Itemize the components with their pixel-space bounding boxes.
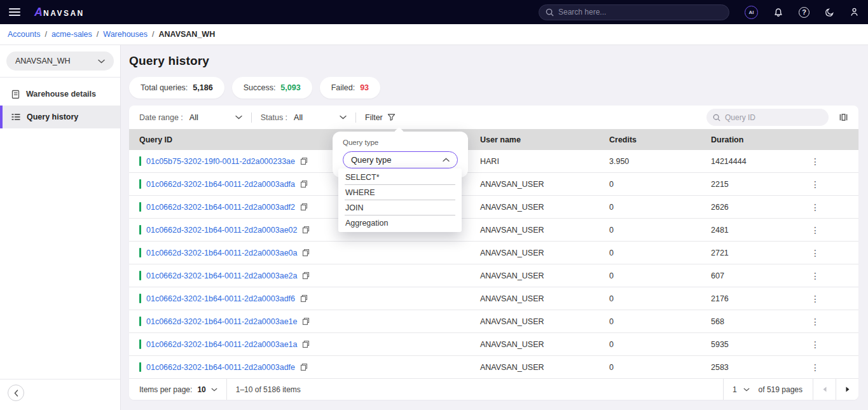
table-row: 01c0662d-3202-1b64-0011-2d2a0003adf2ANAV… [129, 196, 858, 219]
dark-mode-moon-icon[interactable] [825, 8, 834, 17]
breadcrumb-separator: / [152, 30, 154, 39]
duration-cell: 568 [711, 317, 803, 326]
stat-value: 93 [360, 83, 369, 92]
breadcrumb-link-accounts[interactable]: Accounts [8, 30, 40, 39]
document-icon [11, 90, 20, 99]
row-actions-kebab-icon[interactable]: ⋮ [803, 156, 820, 167]
duration-cell: 5935 [711, 340, 803, 349]
row-actions-kebab-icon[interactable]: ⋮ [803, 339, 820, 350]
query-type-select[interactable]: Query type [343, 151, 458, 168]
query-type-option[interactable]: JOIN [338, 200, 462, 215]
query-id-link[interactable]: 01c0662d-3202-1b64-0011-2d2a0003adfa [146, 180, 295, 189]
filter-button-label: Filter [365, 113, 383, 122]
copy-icon[interactable] [302, 226, 310, 234]
column-settings-icon[interactable] [839, 113, 848, 122]
filter-button[interactable]: Filter [365, 113, 396, 122]
breadcrumb-link-account[interactable]: acme-sales [52, 30, 92, 39]
global-search[interactable] [539, 4, 729, 20]
user-profile-icon[interactable] [850, 7, 859, 17]
copy-icon[interactable] [300, 180, 308, 188]
hamburger-menu-icon[interactable] [9, 8, 20, 16]
global-search-input[interactable] [558, 8, 722, 17]
date-range-filter[interactable]: Date range : All [139, 113, 242, 122]
status-success-bar [139, 271, 141, 280]
copy-icon[interactable] [302, 317, 310, 325]
sidebar-item-label: Query history [27, 113, 78, 121]
query-id-link[interactable]: 01c0662d-3202-1b64-0011-2d2a0003adfe [146, 363, 295, 372]
divider [251, 113, 252, 123]
items-per-page-value[interactable]: 10 [197, 385, 205, 394]
status-filter[interactable]: Status : All [261, 113, 347, 122]
query-id-link[interactable]: 01c0662d-3202-1b64-0011-2d2a0003ae1a [146, 340, 297, 349]
copy-icon[interactable] [300, 157, 308, 165]
warehouse-selector-value: ANAVSAN_WH [15, 57, 71, 65]
column-header-duration[interactable]: Duration [711, 135, 803, 144]
table-row: 01c05b75-3202-19f0-0011-2d2a000233aeHARI… [129, 150, 858, 173]
query-id-link[interactable]: 01c0662d-3202-1b64-0011-2d2a0003ae02 [146, 226, 297, 235]
items-range-text: 1–10 of 5186 items [236, 385, 301, 394]
chevron-down-icon[interactable] [211, 388, 217, 392]
list-icon [11, 113, 20, 121]
stat-failed: Failed: 93 [320, 77, 380, 99]
page-number-select[interactable]: 1 [724, 385, 759, 394]
sidebar-item-warehouse-details[interactable]: Warehouse details [0, 83, 120, 106]
notifications-bell-icon[interactable] [773, 7, 783, 18]
chevron-down-icon [340, 115, 347, 120]
breadcrumb-link-warehouses[interactable]: Warehouses [103, 30, 148, 39]
copy-icon[interactable] [300, 203, 308, 211]
status-label: Status : [261, 113, 287, 122]
user-name-cell: ANAVSAN_USER [480, 180, 609, 189]
credits-cell: 0 [609, 294, 711, 303]
row-actions-kebab-icon[interactable]: ⋮ [803, 202, 820, 212]
row-actions-kebab-icon[interactable]: ⋮ [803, 362, 820, 372]
table-row: 01c0662d-3202-1b64-0011-2d2a0003adfaANAV… [129, 173, 858, 196]
sidebar-item-label: Warehouse details [26, 90, 96, 99]
query-id-link[interactable]: 01c05b75-3202-19f0-0011-2d2a000233ae [146, 157, 295, 166]
table-row: 01c0662d-3202-1b64-0011-2d2a0003ae1eANAV… [129, 310, 858, 333]
query-type-option[interactable]: SELECT* [338, 170, 462, 185]
row-actions-kebab-icon[interactable]: ⋮ [803, 248, 820, 258]
warehouse-selector[interactable]: ANAVSAN_WH [6, 51, 114, 71]
row-actions-kebab-icon[interactable]: ⋮ [803, 271, 820, 281]
query-id-search[interactable] [706, 109, 829, 126]
duration-cell: 2176 [711, 294, 803, 303]
query-type-option[interactable]: Aggregation [338, 215, 462, 231]
column-header-user-name[interactable]: User name [480, 135, 609, 144]
query-id-link[interactable]: 01c0662d-3202-1b64-0011-2d2a0003ae1e [146, 317, 297, 326]
copy-icon[interactable] [302, 249, 310, 257]
column-header-credits[interactable]: Credits [609, 135, 711, 144]
copy-icon[interactable] [300, 363, 308, 371]
brand-logo[interactable]: A NAVSAN [34, 6, 85, 19]
copy-icon[interactable] [300, 294, 308, 303]
help-icon[interactable]: ? [799, 7, 809, 18]
query-id-link[interactable]: 01c0662d-3202-1b64-0011-2d2a0003adf6 [146, 294, 295, 303]
row-actions-kebab-icon[interactable]: ⋮ [803, 225, 820, 235]
ai-assistant-button[interactable]: AI [745, 6, 758, 19]
search-icon [546, 8, 554, 17]
query-id-link[interactable]: 01c0662d-3202-1b64-0011-2d2a0003adf2 [146, 203, 295, 212]
table-row: 01c0662d-3202-1b64-0011-2d2a0003ae02ANAV… [129, 219, 858, 242]
query-type-option[interactable]: WHERE [338, 185, 462, 200]
query-id-link[interactable]: 01c0662d-3202-1b64-0011-2d2a0003ae0a [146, 249, 297, 257]
credits-cell: 0 [609, 271, 711, 280]
query-id-search-input[interactable] [725, 113, 822, 122]
query-type-label: Query type [343, 139, 458, 146]
brand-initial: A [34, 6, 43, 19]
copy-icon[interactable] [302, 271, 310, 280]
previous-page-button[interactable] [813, 379, 836, 400]
sidebar-collapse-button[interactable] [8, 385, 24, 401]
status-value: All [294, 113, 303, 122]
row-actions-kebab-icon[interactable]: ⋮ [803, 294, 820, 304]
next-page-button[interactable] [836, 379, 858, 400]
row-actions-kebab-icon[interactable]: ⋮ [803, 179, 820, 189]
status-success-bar [139, 362, 141, 372]
chevron-up-icon [443, 158, 450, 162]
credits-cell: 0 [609, 203, 711, 212]
table-header: Query ID User name Credits Duration [129, 129, 858, 150]
stat-label: Success: [244, 83, 276, 92]
sidebar-item-query-history[interactable]: Query history [0, 106, 120, 128]
query-id-link[interactable]: 01c0662d-3202-1b64-0011-2d2a0003ae2a [146, 271, 297, 280]
row-actions-kebab-icon[interactable]: ⋮ [803, 317, 820, 327]
breadcrumb-separator: / [45, 30, 46, 39]
copy-icon[interactable] [302, 340, 310, 348]
